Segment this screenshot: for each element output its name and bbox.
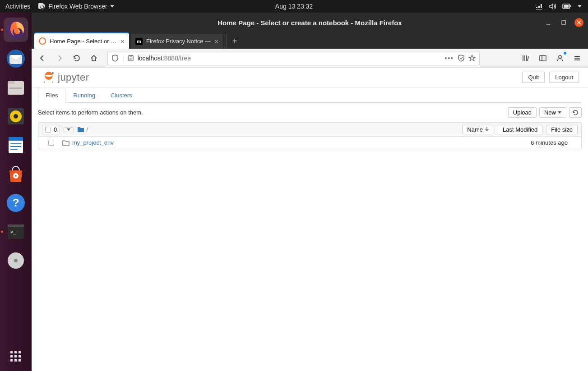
- dock-firefox[interactable]: [4, 18, 28, 42]
- tab-close-icon[interactable]: ×: [214, 37, 218, 45]
- window-title: Home Page - Select or create a notebook …: [218, 19, 402, 27]
- activities-button[interactable]: Activities: [5, 3, 30, 10]
- close-button[interactable]: [574, 18, 583, 27]
- svg-rect-33: [14, 359, 17, 362]
- svg-rect-13: [9, 137, 23, 141]
- jupyter-logo[interactable]: jupyter: [42, 71, 89, 84]
- logout-button[interactable]: Logout: [549, 72, 579, 83]
- shield-icon[interactable]: [111, 55, 119, 62]
- svg-rect-15: [10, 146, 21, 147]
- chevron-down-icon: [110, 5, 114, 8]
- dock-software[interactable]: [4, 162, 28, 186]
- minimize-button[interactable]: [544, 18, 553, 27]
- gnome-top-bar: Activities Firefox Web Browser Aug 13 23…: [0, 0, 588, 13]
- selected-count: 0: [54, 126, 57, 133]
- home-button[interactable]: [87, 51, 101, 65]
- folder-icon[interactable]: [77, 126, 84, 133]
- account-icon[interactable]: [553, 51, 567, 65]
- item-modified: 6 minutes ago: [531, 139, 577, 146]
- browser-tab-active[interactable]: Home Page - Select or cr… ×: [34, 32, 129, 49]
- list-item[interactable]: my_project_env 6 minutes ago: [38, 137, 581, 149]
- breadcrumb-root[interactable]: /: [86, 126, 88, 133]
- svg-rect-14: [10, 143, 21, 144]
- app-menu[interactable]: Firefox Web Browser: [38, 3, 114, 10]
- caret-down-icon: [558, 111, 561, 114]
- svg-point-44: [52, 72, 54, 74]
- svg-rect-3: [564, 5, 569, 8]
- quit-button[interactable]: Quit: [522, 72, 545, 83]
- sort-size[interactable]: File size: [546, 125, 578, 134]
- refresh-button[interactable]: [569, 107, 582, 118]
- browser-tab[interactable]: m Firefox Privacy Notice — ×: [131, 34, 223, 49]
- firefox-icon: [6, 20, 26, 40]
- svg-rect-42: [540, 55, 546, 61]
- tab-clusters[interactable]: Clusters: [103, 88, 140, 103]
- dock-disk[interactable]: [4, 248, 28, 273]
- svg-rect-2: [570, 5, 571, 7]
- dock-files[interactable]: [4, 75, 28, 100]
- library-icon[interactable]: [519, 51, 533, 65]
- maximize-button[interactable]: [559, 18, 568, 27]
- url-text: localhost:8888/tree: [138, 55, 441, 62]
- svg-rect-36: [562, 21, 565, 24]
- window-titlebar: Home Page - Select or create a notebook …: [32, 13, 588, 32]
- jupyter-logo-icon: [42, 71, 55, 84]
- dock-rhythmbox[interactable]: [4, 104, 28, 128]
- svg-rect-16: [10, 149, 18, 150]
- dock-writer[interactable]: [4, 133, 28, 157]
- dock-show-apps[interactable]: [9, 350, 22, 363]
- row-checkbox[interactable]: [48, 140, 54, 146]
- svg-text:?: ?: [13, 197, 19, 209]
- tab-label: Home Page - Select or cr…: [50, 38, 117, 45]
- back-button[interactable]: [35, 51, 50, 65]
- sort-modified[interactable]: Last Modified: [498, 125, 542, 134]
- jupyter-favicon-icon: [39, 37, 46, 45]
- svg-rect-29: [10, 355, 13, 357]
- dock-terminal[interactable]: >_: [4, 220, 28, 244]
- tab-files[interactable]: Files: [38, 88, 65, 103]
- dock-help[interactable]: ?: [4, 191, 28, 215]
- network-icon[interactable]: [535, 3, 542, 10]
- svg-rect-7: [8, 81, 15, 84]
- dock-thunderbird[interactable]: [4, 46, 28, 71]
- volume-icon[interactable]: [549, 3, 556, 10]
- page-actions-icon[interactable]: •••: [444, 55, 454, 62]
- selection-dropdown[interactable]: [64, 127, 74, 132]
- svg-rect-35: [546, 24, 550, 25]
- sidebar-icon[interactable]: [536, 51, 550, 65]
- svg-text:m: m: [137, 39, 141, 44]
- select-all-checkbox[interactable]: 0: [42, 125, 60, 134]
- bookmark-star-icon[interactable]: [468, 55, 476, 62]
- writer-icon: [6, 135, 26, 155]
- files-icon: [6, 78, 26, 97]
- svg-rect-8: [9, 87, 22, 89]
- sort-name[interactable]: Name: [462, 125, 494, 134]
- battery-icon[interactable]: [562, 3, 571, 9]
- upload-button[interactable]: Upload: [508, 107, 537, 118]
- reload-button[interactable]: [69, 51, 84, 65]
- hint-text: Select items to perform actions on them.: [38, 109, 143, 116]
- tab-running[interactable]: Running: [65, 88, 102, 103]
- url-bar[interactable]: | localhost:8888/tree •••: [107, 51, 480, 65]
- svg-rect-31: [19, 355, 21, 357]
- speaker-icon: [6, 106, 26, 126]
- page-info-icon[interactable]: [128, 55, 134, 61]
- new-tab-button[interactable]: +: [227, 34, 243, 49]
- breadcrumb-bar: 0 / Name Last Modified File size: [38, 122, 582, 137]
- app-menu-icon[interactable]: [570, 51, 584, 65]
- firefox-logo-icon: [38, 3, 46, 10]
- tab-close-icon[interactable]: ×: [120, 37, 125, 45]
- jupyter-tabs: Files Running Clusters: [38, 87, 582, 103]
- item-name-link[interactable]: my_project_env: [72, 139, 114, 146]
- new-dropdown[interactable]: New: [539, 107, 566, 118]
- clock[interactable]: Aug 13 23:32: [275, 3, 313, 10]
- svg-rect-34: [19, 359, 21, 362]
- tab-strip: Home Page - Select or cr… × m Firefox Pr…: [32, 32, 588, 49]
- jupyter-logo-text: jupyter: [58, 72, 89, 83]
- shopping-bag-icon: [6, 164, 26, 184]
- forward-button[interactable]: [52, 51, 67, 65]
- chevron-down-icon[interactable]: [578, 5, 582, 8]
- thunderbird-icon: [6, 49, 26, 69]
- reader-protection-icon[interactable]: [458, 55, 465, 62]
- svg-rect-21: [8, 224, 24, 227]
